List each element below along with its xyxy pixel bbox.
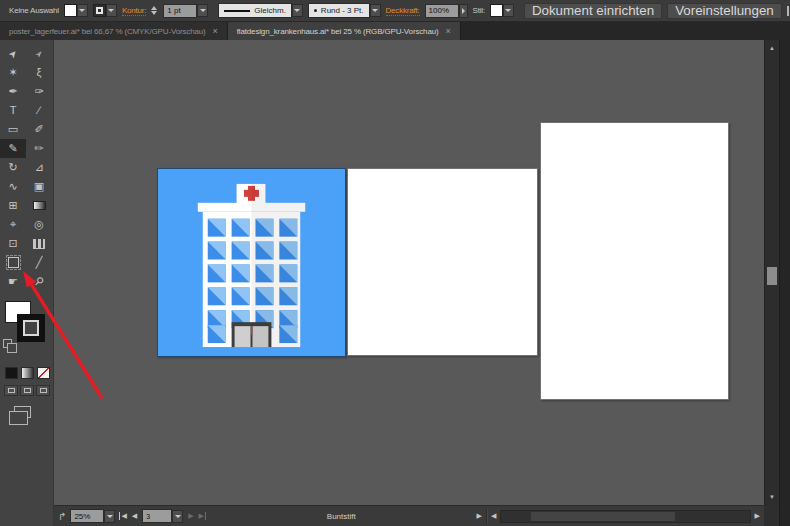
hscroll-right-icon[interactable]: ▶ [755,512,760,520]
style-picker[interactable] [490,4,514,17]
screen-mode-icon[interactable] [14,406,31,418]
stroke-width-stepper[interactable] [151,6,157,15]
type-tool[interactable]: T [0,101,26,120]
tab-flatdesign-krankenhaus[interactable]: flatdesign_krankenhaus.ai* bei 25 % (RGB… [228,22,461,40]
artboard-number-combo[interactable]: 3 [142,509,183,523]
width-tool[interactable]: ∿ [0,177,26,196]
zoom-level-combo[interactable]: 25% [70,509,115,523]
gradient-tool[interactable] [26,196,52,215]
symbol-sprayer-tool[interactable]: ⊡ [0,234,26,253]
line-segment-tool[interactable]: ∕ [26,101,52,120]
direct-selection-tool[interactable]: ➢ [26,44,52,63]
collapsed-panel-dock[interactable] [779,40,790,526]
none-mode-button[interactable] [37,367,50,379]
stroke-swatch[interactable] [93,4,106,17]
close-icon[interactable]: × [446,26,451,36]
stroke-dropdown-icon[interactable] [106,4,117,17]
vertical-scrollbar[interactable]: ▲ ▼ [764,40,779,505]
stroke-color-picker[interactable] [93,4,117,17]
horizontal-scroll-thumb[interactable] [531,512,675,521]
opacity-arrow-icon[interactable] [459,4,468,18]
document-setup-button[interactable]: Dokument einrichten [524,3,662,19]
preferences-button[interactable]: Voreinstellungen [667,3,782,19]
stroke-label[interactable]: Kontur: [122,6,146,16]
stroke-width-combo[interactable]: 1 pt [163,4,208,18]
artboard-tool[interactable] [0,253,26,272]
magic-wand-tool[interactable]: ✶ [0,63,26,82]
last-artboard-icon[interactable]: ▶ [199,512,206,520]
horizontal-scrollbar[interactable] [500,510,750,523]
free-transform-tool[interactable]: ▣ [26,177,52,196]
next-artboard-icon[interactable]: ▶ [188,512,193,520]
blend-tool[interactable]: ◎ [26,215,52,234]
document-tab-bar: poster_lagerfeuer.ai* bei 66,67 % (CMYK/… [0,22,790,40]
brush-combo[interactable]: Rund - 3 Pt. [308,3,381,18]
selection-tool[interactable]: ➤ [0,44,26,63]
eyedropper-tool[interactable]: ⌖ [0,215,26,234]
draw-inside-button[interactable] [36,385,50,396]
shaper-tool[interactable]: ✏ [26,139,52,158]
fill-swatch[interactable] [64,4,77,17]
scale-tool[interactable]: ⊿ [26,158,52,177]
opacity-field[interactable]: 100% [425,4,459,18]
slice-tool[interactable]: ╱ [26,253,52,272]
hand-tool[interactable]: ☛ [0,272,26,291]
brush-dropdown-icon[interactable] [370,4,381,17]
export-icon[interactable]: ↱ [58,511,66,522]
lasso-tool[interactable]: ξ [26,63,52,82]
eyedropper-icon: ⌖ [10,219,16,230]
close-icon[interactable]: × [213,26,218,36]
tab-poster-lagerfeuer[interactable]: poster_lagerfeuer.ai* bei 66,67 % (CMYK/… [0,22,228,40]
artboard-blank-middle[interactable] [347,168,538,356]
stroke-width-dropdown-icon[interactable] [197,4,208,17]
tab-label: poster_lagerfeuer.ai* bei 66,67 % (CMYK/… [9,27,206,36]
curvature-tool[interactable]: ✑ [26,82,52,101]
artboard-number-field[interactable]: 3 [142,509,172,523]
stroke-profile-field[interactable]: Gleichm. [218,3,292,18]
line-segment-icon: ∕ [38,105,40,116]
zoom-level-field[interactable]: 25% [70,509,104,523]
rotate-tool[interactable]: ↻ [0,158,26,177]
gradient-mode-button[interactable] [21,367,34,379]
style-swatch[interactable] [490,4,503,17]
artboard-dropdown-icon[interactable] [172,510,183,523]
curvature-icon: ✑ [34,86,43,97]
stroke-proxy[interactable] [17,314,45,342]
status-expand-icon[interactable]: ▶ [477,512,482,520]
stroke-profile-combo[interactable]: Gleichm. [218,3,303,18]
rectangle-tool[interactable]: ▭ [0,120,26,139]
scroll-up-icon[interactable]: ▲ [765,42,779,54]
magic-wand-icon: ✶ [8,67,17,78]
brush-field[interactable]: Rund - 3 Pt. [308,3,370,18]
fill-dropdown-icon[interactable] [77,4,88,17]
style-dropdown-icon[interactable] [503,4,514,17]
current-tool-status: Buntstift [327,512,356,521]
prev-artboard-icon[interactable]: ◀ [132,512,137,520]
paintbrush-tool[interactable]: ✐ [26,120,52,139]
stroke-width-field[interactable]: 1 pt [163,4,197,18]
pen-tool[interactable]: ✒ [0,82,26,101]
scroll-down-icon[interactable]: ▼ [765,491,779,503]
draw-normal-button[interactable] [4,385,18,396]
zoom-tool[interactable]: ⚲ [26,272,52,291]
pencil-tool[interactable]: ✎ [0,139,26,158]
divider [486,509,487,524]
hscroll-left-icon[interactable]: ◀ [491,512,496,520]
color-mode-button[interactable] [5,367,18,379]
graph-tool[interactable] [26,234,52,253]
draw-behind-button[interactable] [20,385,34,396]
fill-color-picker[interactable] [64,4,88,17]
opacity-combo[interactable]: 100% [425,4,468,18]
artboard-blank-right[interactable] [540,122,729,400]
vertical-scroll-thumb[interactable] [767,267,777,285]
status-bar: ↱ 25% ◀ ◀ 3 ▶ ▶ Buntstift ▶ ◀ ▶ [54,505,764,526]
artboard-hospital[interactable] [157,168,346,357]
zoom-dropdown-icon[interactable] [104,510,115,523]
swap-fill-stroke-icon[interactable] [3,339,12,348]
arrange-documents-icon[interactable] [787,6,789,16]
opacity-label[interactable]: Deckkraft: [386,6,420,16]
stroke-profile-dropdown-icon[interactable] [292,4,303,17]
document-canvas[interactable] [54,40,764,505]
mesh-tool[interactable]: ⊞ [0,196,26,215]
first-artboard-icon[interactable]: ◀ [119,512,126,520]
